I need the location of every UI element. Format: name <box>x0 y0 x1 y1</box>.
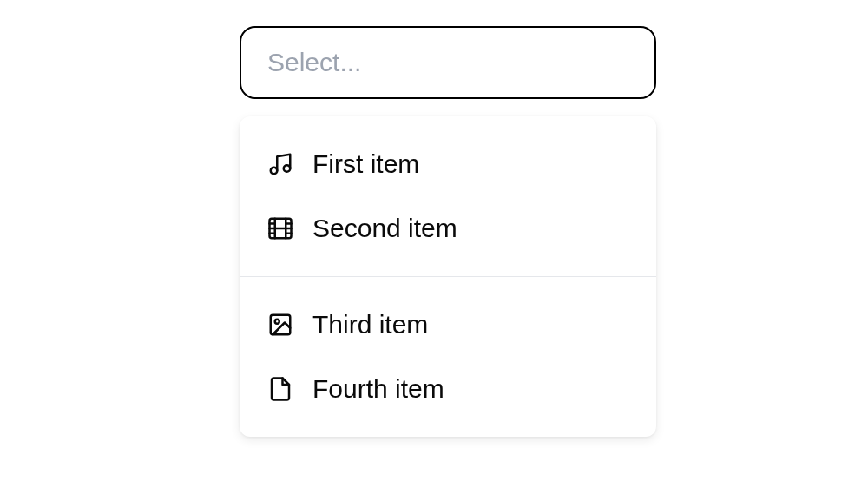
dropdown-item-label: Fourth item <box>312 374 444 404</box>
select-placeholder: Select... <box>267 48 361 77</box>
dropdown-item-second[interactable]: Second item <box>240 196 656 260</box>
film-icon <box>267 215 293 241</box>
dropdown-item-fourth[interactable]: Fourth item <box>240 357 656 421</box>
file-icon <box>267 376 293 402</box>
dropdown-item-third[interactable]: Third item <box>240 293 656 357</box>
dropdown-item-label: First item <box>312 149 419 179</box>
select-trigger[interactable]: Select... <box>240 26 656 99</box>
dropdown-group: First item Second item <box>240 116 656 276</box>
music-icon <box>267 151 293 177</box>
image-icon <box>267 312 293 338</box>
svg-point-11 <box>275 320 279 324</box>
dropdown-item-label: Third item <box>312 310 428 340</box>
dropdown-panel: First item Second item Third item <box>240 116 656 437</box>
dropdown-item-first[interactable]: First item <box>240 132 656 196</box>
dropdown-item-label: Second item <box>312 214 457 243</box>
svg-point-1 <box>284 165 291 172</box>
svg-point-0 <box>271 168 278 175</box>
dropdown-group: Third item Fourth item <box>240 277 656 437</box>
